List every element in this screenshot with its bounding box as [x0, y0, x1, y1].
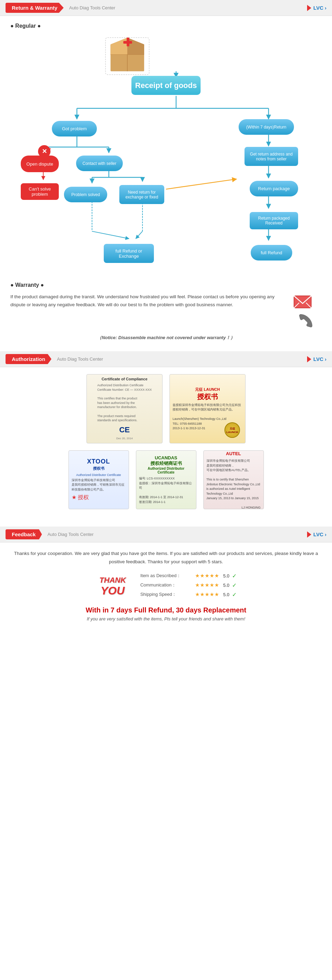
feedback-lvc: LVC › — [307, 531, 326, 538]
refund-banner: With in 7 days Full Refund, 30 days Repl… — [10, 606, 322, 614]
rating-score-item: 5.0 — [222, 573, 230, 579]
ucandas-brand: UCANDAS — [155, 455, 177, 460]
share-text: If you are very satisfied with the items… — [10, 616, 322, 622]
cert4-sub: Authorized Distributor Certificate — [139, 467, 193, 474]
warranty-label: ● Warranty ● — [10, 282, 322, 288]
authorization-header: Authorization Auto Diag Tools Center LVC… — [0, 351, 332, 367]
problem-solved-node: Problem solved — [64, 187, 107, 202]
svg-line-28 — [92, 231, 129, 239]
ratings-table: Item as Described： ★★★★★ 5.0 ✓ Communica… — [141, 573, 237, 601]
feedback-header: Feedback Auto Diag Tools Center LVC › — [0, 527, 332, 542]
rating-row-shipping: Shipping Speed： ★★★★★ 5.0 ✓ — [141, 591, 237, 598]
cant-solve-node: Can't solve problem — [21, 183, 59, 200]
email-icon — [292, 293, 316, 312]
chevron-icon-auth — [307, 356, 311, 362]
rating-label-item: Item as Described： — [141, 573, 192, 579]
cert2-sub: 授权书 — [197, 392, 218, 401]
get-return-address-node: Get return address and notes from seller — [245, 147, 298, 166]
return-warranty-body: ● Regular ● — [0, 16, 332, 351]
svg-line-30 — [136, 231, 142, 239]
contact-seller-node: Contact with seller — [76, 156, 123, 171]
feedback-badge: Feedback — [6, 529, 42, 539]
rating-stars-item: ★★★★★ — [195, 573, 219, 579]
cert4-title: 授权经销商证书 — [150, 460, 182, 467]
svg-rect-6 — [126, 38, 129, 46]
cert-ucandas: UCANDAS 授权经销商证书 Authorized Distributor C… — [136, 450, 196, 509]
cert-launch: 元征 LAUNCH 授权书 兹授权深圳市金博拓电子科技有限公司为元征科技授权经销… — [169, 374, 245, 444]
return-warranty-badge: Return & Warranty — [6, 3, 64, 13]
cert3-sub: Authorized Distributor Certificate — [76, 473, 121, 477]
full-refund-exchange-node: full Refund or Exchange — [104, 244, 154, 263]
return-warranty-sub: Auto Diag Tools Center — [69, 5, 115, 10]
cert3-body: 深圳市金博拓电子科技有限公司 是我司授权经销商，可销售深圳市元征科技股份有限公司… — [71, 478, 126, 502]
warranty-wrapper: ● Warranty ● If the product damaged duri… — [10, 282, 322, 341]
chevron-icon — [307, 5, 311, 11]
svg-rect-0 — [106, 38, 149, 75]
rating-row-item: Item as Described： ★★★★★ 5.0 ✓ — [141, 573, 237, 579]
warranty-notice: （Notice: Disassemble machine not covered… — [10, 335, 322, 341]
within-7-days-node: (Within 7 days)Return — [239, 119, 294, 135]
svg-rect-5 — [123, 41, 132, 44]
chevron-icon-auth-2: › — [325, 356, 326, 362]
rating-score-communication: 5.0 — [222, 583, 230, 588]
cert1-body: Authorized Distribution CertificateCerti… — [97, 383, 152, 440]
got-problem-node: Got problem — [52, 121, 97, 137]
rating-stars-shipping: ★★★★★ — [195, 591, 219, 598]
checkmark-item: ✓ — [232, 573, 237, 579]
checkmark-communication: ✓ — [232, 582, 237, 589]
need-return-node: Need return for exchange or fixed — [119, 185, 164, 204]
regular-label: ● Regular ● — [10, 23, 322, 29]
chevron-icon-feedback-2: › — [325, 531, 326, 537]
thank-you-image: THANK YOU — [95, 576, 130, 597]
chevron-icon-feedback — [307, 531, 311, 538]
return-package-node: Return package — [250, 181, 298, 196]
authorization-badge: Authorization — [6, 354, 52, 364]
rating-label-shipping: Shipping Speed： — [141, 591, 192, 598]
rating-label-communication: Communication： — [141, 582, 192, 588]
phone-icon — [295, 312, 314, 331]
authorization-body: Certificate of Compliance Authorized Dis… — [0, 367, 332, 527]
autel-brand: AUTEL — [226, 451, 241, 456]
warranty-icons — [287, 293, 322, 331]
cert-row-1: Certificate of Compliance Authorized Dis… — [10, 374, 322, 444]
cert1-title: Certificate of Compliance — [102, 377, 148, 381]
svg-marker-3 — [111, 38, 128, 55]
cert2-header: 元征 LAUNCH — [195, 387, 220, 392]
cert-xtool: XTOOL 授权书 Authorized Distributor Certifi… — [68, 450, 129, 509]
svg-rect-1 — [111, 45, 144, 72]
cert-autel: 远通经销商证书 AUTEL 深圳市金博拓电子科技有限公司 是我司授权经销商，可在… — [203, 450, 264, 509]
rating-row-communication: Communication： ★★★★★ 5.0 ✓ — [141, 582, 237, 589]
ce-mark: CE — [97, 425, 152, 436]
cert-compliance: Certificate of Compliance Authorized Dis… — [87, 374, 163, 444]
cert5-body: 深圳市金博拓电子科技有限公司 是我司授权经销商，可在中国地区销售AUTEL产品。… — [207, 459, 261, 509]
return-warranty-lvc: LVC › — [307, 5, 326, 11]
warranty-content: If the product damaged during the transi… — [10, 293, 322, 331]
cert2-seal: 元征LAUNCH — [224, 422, 240, 438]
chevron-icon-2: › — [325, 5, 326, 11]
authorization-lvc: LVC › — [307, 356, 326, 362]
feedback-body: Thanks for your cooperation. We are very… — [0, 542, 332, 632]
receipt-of-goods-node: Receipt of goods — [131, 76, 201, 95]
authorization-sub: Auto Diag Tools Center — [57, 356, 103, 362]
open-dispute-node: Open dispute — [21, 156, 59, 172]
checkmark-shipping: ✓ — [232, 591, 237, 598]
svg-marker-4 — [127, 38, 144, 55]
svg-line-22 — [166, 179, 237, 189]
cert4-body: 编号: LCS-XXXXXXXXXX 兹授权：深圳市金博拓电子科技有限公司 有效… — [139, 476, 193, 504]
feedback-ratings: THANK YOU Item as Described： ★★★★★ 5.0 ✓… — [10, 573, 322, 601]
cert-row-2: XTOOL 授权书 Authorized Distributor Certifi… — [10, 450, 322, 509]
feedback-text: Thanks for your cooperation. We are very… — [10, 549, 322, 566]
return-warranty-header: Return & Warranty Auto Diag Tools Center… — [0, 0, 332, 16]
rating-score-shipping: 5.0 — [222, 592, 230, 597]
flowchart-container: Receipt of goods Got problem (Within 7 d… — [10, 33, 322, 275]
xtool-brand: XTOOL — [87, 458, 110, 465]
return-packaged-received-node: Return packaged Received — [250, 212, 298, 229]
warranty-text: If the product damaged during the transi… — [10, 293, 280, 309]
full-refund-right-node: full Refund — [251, 245, 292, 261]
cert3-title: 授权书 — [93, 466, 104, 471]
rating-stars-communication: ★★★★★ — [195, 582, 219, 588]
feedback-sub: Auto Diag Tools Center — [47, 532, 93, 537]
